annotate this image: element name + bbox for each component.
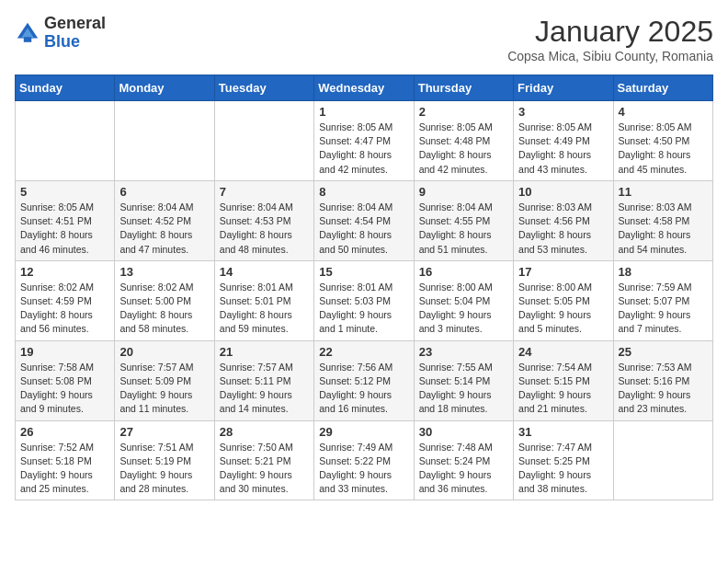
weekday-header-row: SundayMondayTuesdayWednesdayThursdayFrid…	[16, 75, 713, 101]
day-number: 3	[518, 105, 608, 119]
day-number: 20	[119, 345, 209, 359]
day-info: Sunrise: 7:55 AM Sunset: 5:14 PM Dayligh…	[419, 361, 508, 417]
day-info: Sunrise: 7:59 AM Sunset: 5:07 PM Dayligh…	[619, 281, 708, 337]
day-info: Sunrise: 7:56 AM Sunset: 5:12 PM Dayligh…	[319, 361, 408, 417]
calendar-cell: 26Sunrise: 7:52 AM Sunset: 5:18 PM Dayli…	[16, 420, 115, 500]
day-number: 9	[419, 185, 508, 199]
day-number: 15	[319, 265, 408, 279]
day-info: Sunrise: 8:00 AM Sunset: 5:05 PM Dayligh…	[518, 281, 608, 337]
day-info: Sunrise: 7:50 AM Sunset: 5:21 PM Dayligh…	[220, 441, 309, 497]
day-number: 8	[319, 185, 408, 199]
weekday-header-sunday: Sunday	[16, 75, 115, 101]
day-number: 14	[220, 265, 309, 279]
logo-blue-text: Blue	[44, 33, 106, 52]
day-info: Sunrise: 8:04 AM Sunset: 4:54 PM Dayligh…	[319, 201, 408, 257]
day-info: Sunrise: 7:49 AM Sunset: 5:22 PM Dayligh…	[319, 441, 408, 497]
day-number: 24	[518, 345, 608, 359]
calendar-cell: 5Sunrise: 8:05 AM Sunset: 4:51 PM Daylig…	[16, 180, 115, 260]
calendar-cell: 18Sunrise: 7:59 AM Sunset: 5:07 PM Dayli…	[613, 260, 712, 340]
calendar-cell: 12Sunrise: 8:02 AM Sunset: 4:59 PM Dayli…	[16, 260, 115, 340]
day-info: Sunrise: 8:02 AM Sunset: 5:00 PM Dayligh…	[119, 281, 209, 337]
day-number: 13	[119, 265, 209, 279]
day-number: 31	[518, 425, 608, 439]
calendar-cell	[16, 101, 115, 181]
day-info: Sunrise: 8:00 AM Sunset: 5:04 PM Dayligh…	[419, 281, 508, 337]
calendar-cell: 3Sunrise: 8:05 AM Sunset: 4:49 PM Daylig…	[514, 101, 613, 181]
day-number: 30	[419, 425, 508, 439]
weekday-header-monday: Monday	[115, 75, 214, 101]
month-title: January 2025	[507, 15, 713, 49]
day-number: 5	[20, 185, 109, 199]
day-number: 23	[419, 345, 508, 359]
weekday-header-friday: Friday	[514, 75, 613, 101]
day-number: 29	[319, 425, 408, 439]
calendar-cell: 10Sunrise: 8:03 AM Sunset: 4:56 PM Dayli…	[514, 180, 613, 260]
day-info: Sunrise: 8:01 AM Sunset: 5:03 PM Dayligh…	[319, 281, 408, 337]
svg-rect-2	[24, 37, 31, 42]
calendar-week-row: 26Sunrise: 7:52 AM Sunset: 5:18 PM Dayli…	[16, 420, 713, 500]
day-info: Sunrise: 7:58 AM Sunset: 5:08 PM Dayligh…	[20, 361, 109, 417]
day-number: 28	[220, 425, 309, 439]
weekday-header-saturday: Saturday	[613, 75, 712, 101]
day-info: Sunrise: 8:05 AM Sunset: 4:47 PM Dayligh…	[319, 121, 408, 177]
logo-general-text: General	[44, 15, 106, 33]
calendar-cell: 24Sunrise: 7:54 AM Sunset: 5:15 PM Dayli…	[514, 340, 613, 420]
calendar-cell: 29Sunrise: 7:49 AM Sunset: 5:22 PM Dayli…	[314, 420, 414, 500]
title-block: January 2025 Copsa Mica, Sibiu County, R…	[507, 15, 713, 63]
calendar-week-row: 1Sunrise: 8:05 AM Sunset: 4:47 PM Daylig…	[16, 101, 713, 181]
day-info: Sunrise: 8:02 AM Sunset: 4:59 PM Dayligh…	[20, 281, 109, 337]
day-info: Sunrise: 7:47 AM Sunset: 5:25 PM Dayligh…	[518, 441, 608, 497]
day-number: 7	[220, 185, 309, 199]
subtitle: Copsa Mica, Sibiu County, Romania	[507, 49, 713, 63]
calendar-cell: 25Sunrise: 7:53 AM Sunset: 5:16 PM Dayli…	[613, 340, 712, 420]
day-info: Sunrise: 8:05 AM Sunset: 4:50 PM Dayligh…	[619, 121, 708, 177]
calendar-table: SundayMondayTuesdayWednesdayThursdayFrid…	[15, 75, 713, 500]
day-number: 17	[518, 265, 608, 279]
calendar-cell: 11Sunrise: 8:03 AM Sunset: 4:58 PM Dayli…	[613, 180, 712, 260]
day-info: Sunrise: 7:57 AM Sunset: 5:11 PM Dayligh…	[220, 361, 309, 417]
logo: General Blue	[15, 15, 106, 52]
calendar-cell: 28Sunrise: 7:50 AM Sunset: 5:21 PM Dayli…	[214, 420, 313, 500]
calendar-cell: 19Sunrise: 7:58 AM Sunset: 5:08 PM Dayli…	[16, 340, 115, 420]
calendar-cell: 1Sunrise: 8:05 AM Sunset: 4:47 PM Daylig…	[314, 101, 414, 181]
weekday-header-tuesday: Tuesday	[214, 75, 313, 101]
calendar-cell: 15Sunrise: 8:01 AM Sunset: 5:03 PM Dayli…	[314, 260, 414, 340]
day-number: 18	[619, 265, 708, 279]
calendar-cell: 21Sunrise: 7:57 AM Sunset: 5:11 PM Dayli…	[214, 340, 313, 420]
weekday-header-wednesday: Wednesday	[314, 75, 414, 101]
day-number: 25	[619, 345, 708, 359]
calendar-cell	[115, 101, 214, 181]
day-info: Sunrise: 7:57 AM Sunset: 5:09 PM Dayligh…	[119, 361, 209, 417]
calendar-cell: 16Sunrise: 8:00 AM Sunset: 5:04 PM Dayli…	[414, 260, 513, 340]
day-number: 4	[619, 105, 708, 119]
day-number: 19	[20, 345, 109, 359]
day-info: Sunrise: 7:48 AM Sunset: 5:24 PM Dayligh…	[419, 441, 508, 497]
calendar-week-row: 5Sunrise: 8:05 AM Sunset: 4:51 PM Daylig…	[16, 180, 713, 260]
day-info: Sunrise: 8:04 AM Sunset: 4:55 PM Dayligh…	[419, 201, 508, 257]
calendar-cell: 9Sunrise: 8:04 AM Sunset: 4:55 PM Daylig…	[414, 180, 513, 260]
day-number: 27	[119, 425, 209, 439]
day-info: Sunrise: 7:53 AM Sunset: 5:16 PM Dayligh…	[619, 361, 708, 417]
calendar-week-row: 12Sunrise: 8:02 AM Sunset: 4:59 PM Dayli…	[16, 260, 713, 340]
day-number: 6	[119, 185, 209, 199]
day-info: Sunrise: 8:05 AM Sunset: 4:48 PM Dayligh…	[419, 121, 508, 177]
day-info: Sunrise: 8:04 AM Sunset: 4:52 PM Dayligh…	[119, 201, 209, 257]
day-info: Sunrise: 7:52 AM Sunset: 5:18 PM Dayligh…	[20, 441, 109, 497]
page-header: General Blue January 2025 Copsa Mica, Si…	[15, 15, 713, 63]
calendar-cell	[613, 420, 712, 500]
calendar-cell: 31Sunrise: 7:47 AM Sunset: 5:25 PM Dayli…	[514, 420, 613, 500]
calendar-cell: 7Sunrise: 8:04 AM Sunset: 4:53 PM Daylig…	[214, 180, 313, 260]
day-info: Sunrise: 8:03 AM Sunset: 4:56 PM Dayligh…	[518, 201, 608, 257]
day-number: 10	[518, 185, 608, 199]
calendar-cell: 4Sunrise: 8:05 AM Sunset: 4:50 PM Daylig…	[613, 101, 712, 181]
calendar-cell: 30Sunrise: 7:48 AM Sunset: 5:24 PM Dayli…	[414, 420, 513, 500]
calendar-cell: 8Sunrise: 8:04 AM Sunset: 4:54 PM Daylig…	[314, 180, 414, 260]
calendar-cell: 2Sunrise: 8:05 AM Sunset: 4:48 PM Daylig…	[414, 101, 513, 181]
day-info: Sunrise: 7:51 AM Sunset: 5:19 PM Dayligh…	[119, 441, 209, 497]
day-number: 12	[20, 265, 109, 279]
day-number: 11	[619, 185, 708, 199]
calendar-cell: 27Sunrise: 7:51 AM Sunset: 5:19 PM Dayli…	[115, 420, 214, 500]
calendar-cell: 23Sunrise: 7:55 AM Sunset: 5:14 PM Dayli…	[414, 340, 513, 420]
calendar-cell: 6Sunrise: 8:04 AM Sunset: 4:52 PM Daylig…	[115, 180, 214, 260]
day-number: 22	[319, 345, 408, 359]
